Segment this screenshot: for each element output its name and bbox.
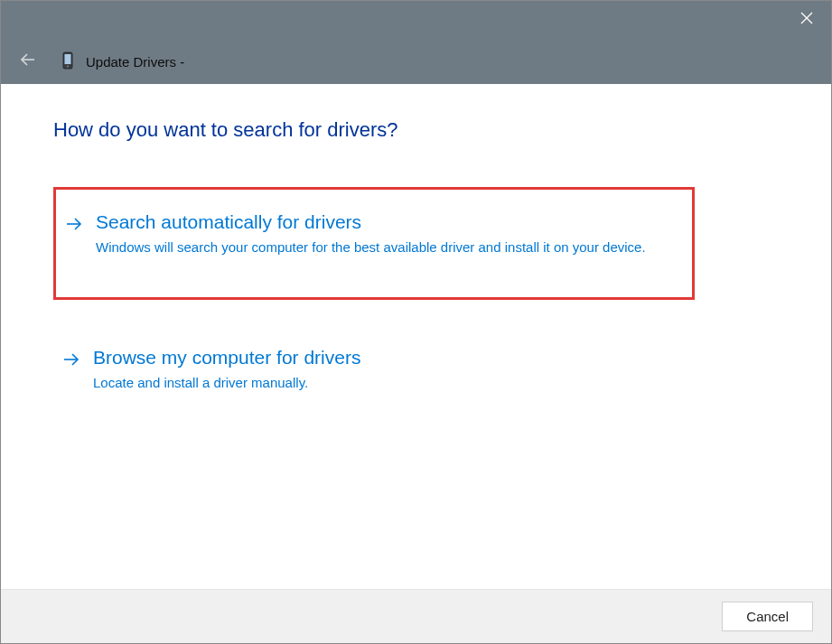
svg-point-5 (67, 66, 69, 68)
window-title: Update Drivers - (86, 54, 184, 70)
header-bar: Update Drivers - (1, 39, 831, 84)
close-button[interactable] (786, 1, 827, 39)
cancel-button[interactable]: Cancel (722, 602, 813, 631)
titlebar (1, 1, 831, 39)
option-title: Browse my computer for drivers (93, 345, 678, 369)
option-description: Locate and install a driver manually. (93, 373, 678, 393)
device-icon (61, 51, 75, 71)
footer-bar: Cancel (1, 589, 831, 643)
option-description: Windows will search your computer for th… (96, 238, 676, 257)
content-area: How do you want to search for drivers? S… (1, 84, 831, 589)
option-search-automatically[interactable]: Search automatically for drivers Windows… (53, 187, 695, 300)
back-button[interactable] (17, 51, 39, 72)
svg-rect-4 (65, 54, 71, 64)
back-arrow-icon (20, 51, 36, 71)
option-browse-computer[interactable]: Browse my computer for drivers Locate an… (53, 325, 695, 433)
title-group: Update Drivers - (61, 51, 184, 71)
arrow-right-icon (62, 350, 80, 372)
page-heading: How do you want to search for drivers? (53, 118, 779, 142)
option-title: Search automatically for drivers (96, 210, 676, 234)
option-text: Browse my computer for drivers Locate an… (93, 345, 678, 393)
option-text: Search automatically for drivers Windows… (96, 210, 676, 257)
arrow-right-icon (65, 215, 83, 237)
close-icon (800, 12, 813, 28)
